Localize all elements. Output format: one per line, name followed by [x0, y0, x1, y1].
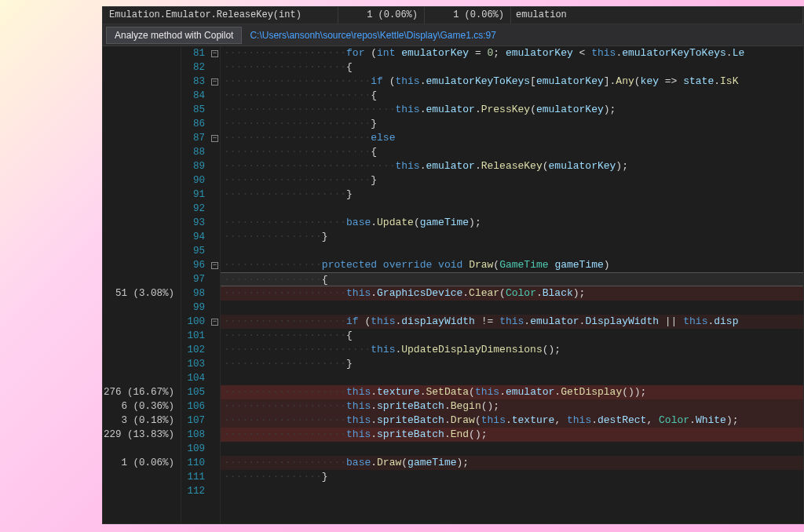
- fold-toggle: [210, 103, 220, 117]
- line-number: 90: [181, 173, 210, 188]
- code-line[interactable]: [221, 301, 803, 315]
- code-line[interactable]: [221, 484, 803, 498]
- code-line[interactable]: ························if (this.emulato…: [221, 75, 803, 89]
- fold-toggle: [210, 343, 220, 357]
- module-cell: emulation: [511, 7, 803, 24]
- perf-cell: [103, 258, 181, 272]
- line-number: 87: [181, 131, 210, 145]
- code-line[interactable]: ························this.UpdateDispl…: [221, 343, 803, 357]
- performance-gutter: 51 (3.08%)276 (16.67%)6 (0.36%)3 (0.18%)…: [103, 46, 181, 523]
- method-name-cell: Emulation.Emulator.ReleaseKey(int): [103, 7, 338, 24]
- code-line[interactable]: [221, 202, 803, 216]
- fold-toggle[interactable]: −: [210, 258, 220, 272]
- fold-toggle: [210, 145, 220, 159]
- fold-toggle[interactable]: −: [210, 46, 220, 60]
- code-line[interactable]: ····················{: [221, 60, 803, 75]
- perf-cell: [103, 244, 181, 258]
- code-line[interactable]: ····················{: [221, 329, 803, 343]
- fold-toggle[interactable]: −: [210, 75, 220, 89]
- line-number: 109: [181, 442, 210, 456]
- fold-toggle: [210, 385, 220, 399]
- fold-toggle: [210, 414, 220, 428]
- fold-toggle: [210, 117, 220, 131]
- line-number: 91: [181, 188, 210, 202]
- fold-minus-icon[interactable]: −: [211, 262, 218, 269]
- code-line[interactable]: ····························this.emulato…: [221, 103, 803, 117]
- code-line[interactable]: ····················this.spriteBatch.End…: [221, 428, 803, 442]
- code-line[interactable]: ························{: [221, 89, 803, 103]
- fold-toggle: [210, 202, 220, 216]
- code-line[interactable]: [221, 442, 803, 456]
- perf-cell: [103, 484, 181, 498]
- code-line[interactable]: ····················for (int emulatorKey…: [221, 46, 803, 60]
- line-number: 100: [181, 315, 210, 329]
- fold-toggle: [210, 484, 220, 498]
- code-area[interactable]: ····················for (int emulatorKey…: [221, 46, 803, 523]
- line-number: 110: [181, 456, 210, 470]
- fold-toggle: [210, 188, 220, 202]
- code-line[interactable]: ················{: [221, 272, 803, 286]
- fold-minus-icon[interactable]: −: [211, 319, 218, 326]
- fold-toggle[interactable]: −: [210, 315, 220, 329]
- code-line[interactable]: ····················this.texture.SetData…: [221, 385, 803, 399]
- perf-cell: [103, 357, 181, 371]
- code-line[interactable]: ····················this.spriteBatch.Dra…: [221, 414, 803, 428]
- pct-cell-1: 1 (0.06%): [338, 7, 425, 24]
- code-line[interactable]: ························}: [221, 117, 803, 131]
- fold-minus-icon[interactable]: −: [211, 78, 218, 86]
- fold-minus-icon[interactable]: −: [211, 50, 218, 57]
- fold-toggle: [210, 329, 220, 343]
- perf-cell: [103, 117, 181, 131]
- code-line[interactable]: ························else: [221, 131, 803, 145]
- profiler-window: Emulation.Emulator.ReleaseKey(int) 1 (0.…: [102, 6, 804, 524]
- line-number: 111: [181, 470, 210, 484]
- code-line[interactable]: ····················}: [221, 357, 803, 371]
- pct-cell-2: 1 (0.06%): [425, 7, 511, 24]
- code-line[interactable]: ················}: [221, 470, 803, 484]
- code-line[interactable]: ················}: [221, 230, 803, 244]
- fold-toggle[interactable]: −: [210, 131, 220, 145]
- fold-toggle: [210, 272, 220, 286]
- fold-toggle: [210, 286, 220, 301]
- method-header-row[interactable]: Emulation.Emulator.ReleaseKey(int) 1 (0.…: [103, 7, 803, 24]
- line-number: 99: [181, 301, 210, 315]
- code-line[interactable]: ················protected override void …: [221, 258, 803, 272]
- analyze-copilot-button[interactable]: Analyze method with Copilot: [106, 27, 242, 44]
- perf-cell: [103, 442, 181, 456]
- code-line[interactable]: ····························this.emulato…: [221, 159, 803, 173]
- perf-cell: [103, 188, 181, 202]
- toolbar: Analyze method with Copilot C:\Users\ans…: [103, 24, 803, 46]
- code-line[interactable]: [221, 371, 803, 385]
- code-line[interactable]: [221, 244, 803, 258]
- perf-cell: [103, 343, 181, 357]
- line-number-gutter: 8182838485868788899091929394959697989910…: [181, 46, 210, 523]
- line-number: 103: [181, 357, 210, 371]
- fold-toggle: [210, 230, 220, 244]
- code-line[interactable]: ····················this.spriteBatch.Beg…: [221, 399, 803, 414]
- fold-toggle: [210, 173, 220, 188]
- fold-gutter[interactable]: −−−−−: [210, 46, 221, 523]
- line-number: 81: [181, 46, 210, 60]
- fold-minus-icon[interactable]: −: [211, 135, 218, 142]
- perf-cell: [103, 173, 181, 188]
- fold-toggle: [210, 442, 220, 456]
- line-number: 93: [181, 216, 210, 230]
- code-line[interactable]: ····················base.Draw(gameTime);: [221, 456, 803, 470]
- code-line[interactable]: ························{: [221, 145, 803, 159]
- perf-cell: [103, 329, 181, 343]
- code-line[interactable]: ····················this.GraphicsDevice.…: [221, 286, 803, 301]
- code-line[interactable]: ····················base.Update(gameTime…: [221, 216, 803, 230]
- perf-cell: [103, 371, 181, 385]
- perf-cell: [103, 46, 181, 60]
- line-number: 96: [181, 258, 210, 272]
- code-editor[interactable]: 51 (3.08%)276 (16.67%)6 (0.36%)3 (0.18%)…: [103, 46, 803, 523]
- perf-cell: 51 (3.08%): [103, 286, 181, 301]
- line-number: 106: [181, 399, 210, 414]
- line-number: 105: [181, 385, 210, 399]
- file-path-link[interactable]: C:\Users\ansonh\source\repos\Kettle\Disp…: [250, 30, 495, 41]
- line-number: 89: [181, 159, 210, 173]
- code-line[interactable]: ························}: [221, 173, 803, 188]
- code-line[interactable]: ····················}: [221, 188, 803, 202]
- line-number: 102: [181, 343, 210, 357]
- code-line[interactable]: ····················if (this.displayWidt…: [221, 315, 803, 329]
